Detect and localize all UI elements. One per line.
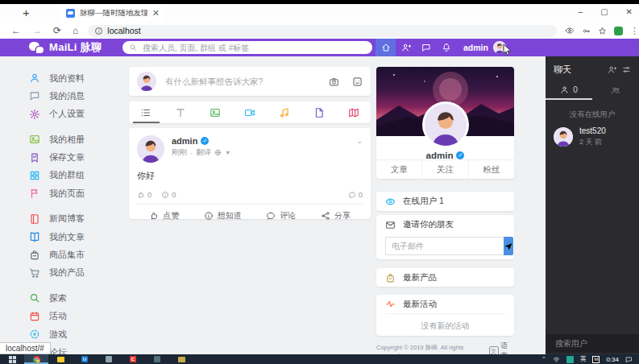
feed-tab-file[interactable] (301, 101, 336, 123)
invite-email-input[interactable] (385, 237, 504, 255)
nav-person-add-icon[interactable] (396, 39, 416, 56)
taskbar-app-chrome[interactable] (24, 354, 48, 364)
post-composer[interactable] (129, 67, 371, 96)
sidebar-item-articles[interactable]: 我的文章 (29, 230, 85, 244)
feed-tab-map[interactable] (336, 101, 371, 123)
calendar-icon (29, 311, 40, 322)
sidebar-item-market[interactable]: 商品集市 (29, 248, 85, 263)
profile-tab-articles[interactable]: 文章 (376, 160, 421, 179)
comment-count[interactable]: 0 (348, 190, 363, 199)
composer-input[interactable] (164, 76, 322, 87)
profile-tab-followers[interactable]: 粉丝 (468, 160, 514, 179)
bookmark-star-icon[interactable] (598, 27, 607, 35)
like-count[interactable]: 0 (137, 190, 151, 199)
sidebar-item-settings[interactable]: 个人设置 (29, 107, 85, 122)
send-invite-button[interactable] (504, 237, 513, 255)
post-action-like[interactable]: 点赞 (149, 210, 179, 221)
taskbar-app-windows-start[interactable] (0, 354, 24, 364)
url-field[interactable]: i localhost (88, 25, 557, 37)
post-avatar[interactable] (137, 135, 164, 163)
chat-search-bar[interactable] (546, 334, 639, 353)
chat-settings-icon[interactable] (622, 65, 631, 74)
taskbar-app-app-u[interactable]: U (73, 354, 97, 364)
post-author[interactable]: admin (172, 136, 197, 146)
tray-app-icon[interactable] (566, 356, 574, 363)
wonder-count[interactable]: 0 (161, 190, 176, 199)
taskbar-app-app-dark[interactable] (145, 354, 169, 364)
sidebar-item-games[interactable]: 游戏 (29, 327, 85, 341)
feed-tab-text[interactable] (164, 101, 198, 123)
nav-home-icon[interactable] (376, 39, 396, 56)
sidebar-item-blog[interactable]: 新闻博客 (29, 212, 85, 226)
taskbar-apps: UC (0, 354, 193, 364)
chat-user-item[interactable]: test5202 天 前 (546, 120, 639, 154)
extension-icon[interactable] (614, 27, 623, 35)
header-search[interactable] (122, 41, 372, 54)
post-action-comment[interactable]: 评论 (266, 210, 296, 221)
taskbar-app-app-gray[interactable] (97, 354, 121, 364)
profile-tabs: 文章 关注 粉丝 (376, 159, 514, 179)
chat-search-input[interactable] (554, 338, 631, 349)
new-tab-button[interactable]: + (23, 6, 30, 19)
browser-menu-icon[interactable]: ⋮ (630, 26, 639, 36)
sidebar-item-albums[interactable]: 我的相册 (29, 132, 85, 147)
profile-avatar[interactable] (425, 104, 467, 146)
taskbar-app-file-explorer[interactable] (48, 354, 73, 364)
taskbar-app-folder-yellow[interactable] (169, 354, 193, 364)
sidebar-item-profile[interactable]: 我的资料 (29, 71, 85, 85)
ime-mode-badge[interactable]: M (592, 356, 600, 363)
privacy-caret-icon[interactable]: ▼ (225, 150, 230, 155)
hidden-icons-chevron-icon[interactable]: ⌃ (541, 356, 546, 362)
sidebar-item-events[interactable]: 活动 (29, 309, 85, 324)
home-browser-icon[interactable]: ⌂ (73, 25, 78, 36)
camera-icon[interactable] (329, 77, 339, 87)
window-minimize-button[interactable]: – (579, 6, 583, 18)
brand[interactable]: MaiLi 脉聊 (29, 40, 102, 55)
feed-tab-video[interactable] (233, 101, 268, 123)
key-icon[interactable] (582, 27, 591, 35)
sticker-icon[interactable] (352, 77, 363, 87)
sidebar-item-explore[interactable]: 探索 (29, 291, 85, 305)
post-action-wonder[interactable]: 想知道 (204, 210, 242, 221)
chat-tab-groups[interactable] (592, 81, 639, 100)
post-options-icon[interactable]: ⌄ (356, 135, 363, 145)
sidebar-item-messages[interactable]: 我的消息 (29, 89, 85, 103)
clock[interactable]: 0:34 (606, 356, 619, 363)
chat-person-add-icon[interactable] (608, 65, 616, 74)
sidebar-item-groups[interactable]: 我的群组 (29, 168, 85, 183)
search-input[interactable] (141, 43, 366, 53)
nav-chat-icon[interactable] (416, 39, 436, 56)
online-users-widget[interactable]: 在线用户 1 (376, 192, 514, 211)
sidebar-item-products[interactable]: 我的产品 (29, 266, 85, 280)
tab-close-icon[interactable]: ✕ (152, 8, 160, 19)
site-info-icon[interactable]: i (95, 27, 102, 35)
feed-tab-photo[interactable] (198, 101, 233, 123)
taskbar-app-app-c[interactable]: C (121, 354, 145, 364)
sidebar-item-saved[interactable]: 保存文章 (29, 151, 85, 165)
post-action-share[interactable]: 分享 (321, 210, 351, 221)
sidebar-item-pages[interactable]: 我的页面 (29, 186, 85, 201)
activity-pulse-icon (385, 299, 396, 309)
latest-products-widget[interactable]: 最新产品 (376, 268, 514, 287)
window-maximize-button[interactable]: ▢ (600, 6, 608, 18)
post-card: admin ✓ 刚刚 · 翻译 ▼ ⌄ 你好 0 0 0 (129, 128, 371, 219)
back-icon[interactable]: ← (11, 25, 21, 36)
profile-tab-following[interactable]: 关注 (421, 160, 467, 179)
nav-bell-icon[interactable] (436, 39, 456, 56)
feed-tab-feed[interactable] (129, 101, 164, 123)
action-center-icon[interactable] (625, 356, 633, 363)
chat-tab-contacts[interactable]: 0 (546, 81, 592, 100)
action-label: 想知道 (218, 210, 242, 221)
eye-icon[interactable] (565, 26, 575, 35)
browser-tab[interactable]: 脉聊—随时随地发现新鲜 ✕ (61, 5, 164, 22)
post-translate[interactable]: 翻译 (196, 147, 211, 158)
reload-icon[interactable]: ⟳ (53, 25, 61, 36)
post-time[interactable]: 刚刚 (172, 147, 187, 158)
ime-indicator[interactable]: 英 (580, 355, 587, 363)
network-icon[interactable] (553, 356, 560, 363)
window-close-button[interactable]: ✕ (626, 6, 633, 18)
bag-icon (29, 250, 40, 261)
header-user-menu[interactable]: admin (463, 39, 506, 56)
feed-tab-music[interactable] (267, 101, 301, 123)
forward-icon[interactable]: → (32, 25, 42, 36)
